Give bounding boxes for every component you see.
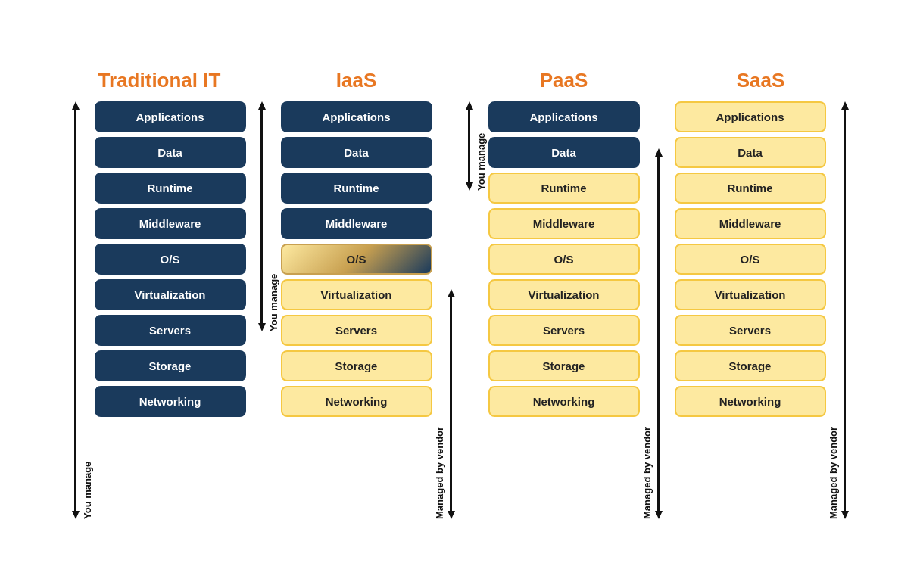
tile-traditional-it-6: Servers [95,315,246,346]
tile-traditional-it-1: Data [95,137,246,168]
tile-saas-0: Applications [675,101,826,132]
tile-paas-6: Servers [488,315,640,346]
tile-traditional-it-8: Networking [95,386,246,417]
tile-saas-3: Middleware [675,208,826,239]
tile-traditional-it-7: Storage [95,350,246,381]
tile-paas-3: Middleware [488,208,640,239]
tile-saas-7: Storage [675,350,826,381]
title-traditional-it: Traditional IT [98,69,221,92]
tile-iaas-5: Virtualization [281,279,432,310]
tile-saas-6: Servers [675,315,826,346]
column-iaas: IaaSYou manageApplicationsDataRuntimeMid… [260,69,454,519]
tile-saas-5: Virtualization [675,279,826,310]
column-saas: SaaSApplicationsDataRuntimeMiddlewareO/S… [675,69,847,519]
tile-paas-8: Networking [488,386,640,417]
bracket-left-label-paas: You manage [476,101,487,191]
bracket-left-label-traditional-it: You manage [82,101,93,519]
tile-iaas-2: Runtime [281,173,432,204]
tile-traditional-it-4: O/S [95,244,246,275]
tile-iaas-1: Data [281,137,432,168]
title-paas: PaaS [540,69,588,92]
tile-saas-4: O/S [675,244,826,275]
stack-paas: ApplicationsDataRuntimeMiddlewareO/SVirt… [488,101,640,519]
stack-iaas: ApplicationsDataRuntimeMiddlewareO/SVirt… [281,101,432,519]
tile-iaas-6: Servers [281,315,432,346]
stack-traditional-it: ApplicationsDataRuntimeMiddlewareO/SVirt… [95,101,246,519]
tile-traditional-it-3: Middleware [95,208,246,239]
tile-paas-2: Runtime [488,173,640,204]
tile-traditional-it-5: Virtualization [95,279,246,310]
column-paas: PaaSYou manageApplicationsDataRuntimeMid… [467,69,661,519]
tile-iaas-7: Storage [281,350,432,381]
tile-saas-2: Runtime [675,173,826,204]
tile-iaas-8: Networking [281,386,432,417]
tile-paas-1: Data [488,137,640,168]
tile-paas-0: Applications [488,101,640,132]
tile-traditional-it-0: Applications [95,101,246,132]
tile-paas-4: O/S [488,244,640,275]
tile-paas-7: Storage [488,350,640,381]
tile-saas-1: Data [675,137,826,168]
bracket-right-label-iaas: Managed by vendor [434,289,445,519]
tile-iaas-0: Applications [281,101,432,132]
bracket-right-label-saas: Managed by vendor [828,101,839,519]
tile-iaas-3: Middleware [281,208,432,239]
tile-iaas-4: O/S [281,244,432,275]
diagram: Traditional ITYou manageApplicationsData… [66,54,855,534]
tile-traditional-it-2: Runtime [95,173,246,204]
title-saas: SaaS [737,69,785,92]
column-traditional-it: Traditional ITYou manageApplicationsData… [73,69,246,519]
bracket-left-label-iaas: You manage [268,101,279,331]
tile-paas-5: Virtualization [488,279,640,310]
tile-saas-8: Networking [675,386,826,417]
bracket-right-label-paas: Managed by vendor [641,148,653,519]
title-iaas: IaaS [336,69,377,92]
stack-saas: ApplicationsDataRuntimeMiddlewareO/SVirt… [675,101,826,519]
